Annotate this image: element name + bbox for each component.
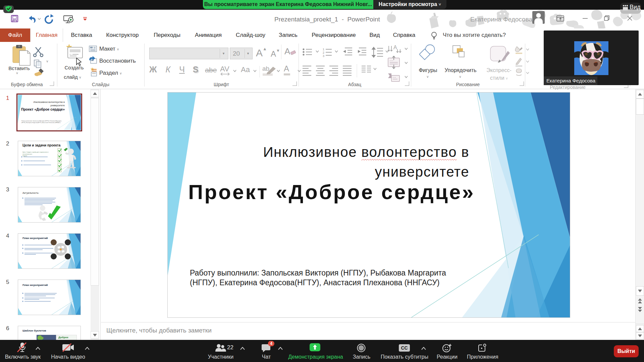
svg-text:AV: AV bbox=[220, 65, 229, 73]
svg-text:2: 2 bbox=[323, 51, 324, 54]
svg-text:3: 3 bbox=[323, 54, 324, 58]
svg-text:Aa: Aa bbox=[241, 65, 250, 74]
svg-text:ab: ab bbox=[262, 65, 269, 72]
svg-text:A: A bbox=[393, 45, 397, 50]
svg-text:1: 1 bbox=[323, 48, 324, 51]
svg-text:A: A bbox=[284, 65, 289, 73]
